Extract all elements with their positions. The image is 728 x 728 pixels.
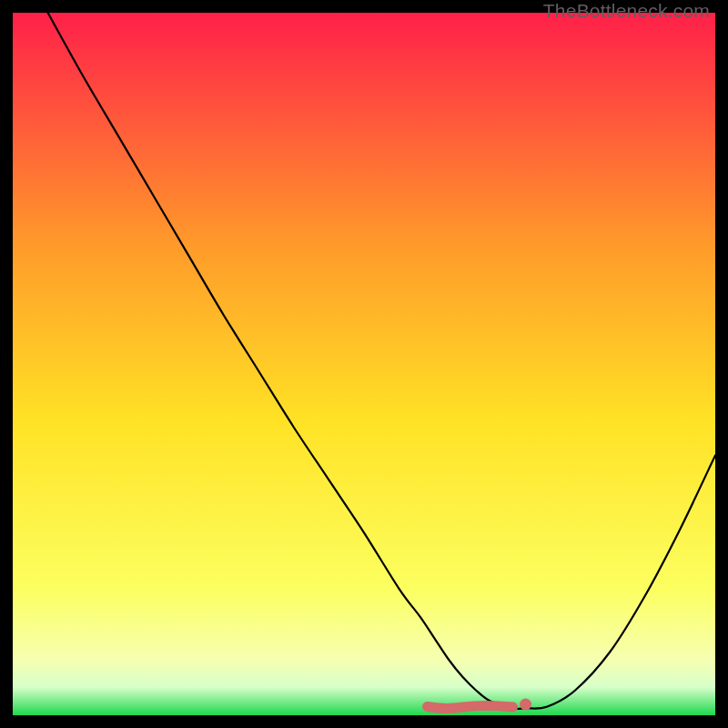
plot-area [13, 13, 715, 715]
watermark: TheBottleneck.com [543, 0, 710, 22]
plot-svg [13, 13, 715, 715]
chart-container: TheBottleneck.com [0, 0, 728, 728]
gradient-bg [13, 13, 715, 715]
flat-segment-end-dot [520, 699, 531, 711]
flat-segment [427, 706, 512, 709]
